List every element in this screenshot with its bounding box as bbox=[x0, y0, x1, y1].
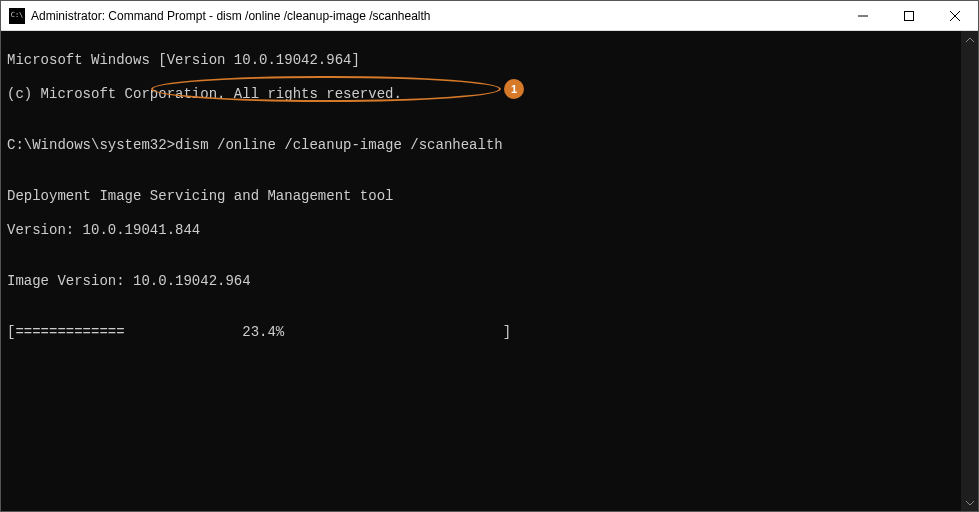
chevron-down-icon bbox=[966, 500, 974, 506]
output-line: Image Version: 10.0.19042.964 bbox=[7, 273, 955, 290]
scroll-down-button[interactable] bbox=[961, 494, 978, 511]
cmd-icon bbox=[9, 8, 25, 24]
minimize-button[interactable] bbox=[840, 1, 886, 30]
minimize-icon bbox=[858, 11, 868, 21]
output-line: Deployment Image Servicing and Managemen… bbox=[7, 188, 955, 205]
progress-line: [============= 23.4% ] bbox=[7, 324, 955, 341]
prompt-command: dism /online /cleanup-image /scanhealth bbox=[175, 137, 503, 153]
vertical-scrollbar[interactable] bbox=[961, 31, 978, 511]
terminal-output[interactable]: Microsoft Windows [Version 10.0.19042.96… bbox=[1, 31, 961, 511]
prompt-line: C:\Windows\system32>dism /online /cleanu… bbox=[7, 137, 955, 154]
window-controls bbox=[840, 1, 978, 30]
prompt-prefix: C:\Windows\system32> bbox=[7, 137, 175, 153]
client-area: Microsoft Windows [Version 10.0.19042.96… bbox=[1, 31, 978, 511]
output-line: (c) Microsoft Corporation. All rights re… bbox=[7, 86, 955, 103]
close-button[interactable] bbox=[932, 1, 978, 30]
window-title: Administrator: Command Prompt - dism /on… bbox=[31, 9, 840, 23]
window-titlebar: Administrator: Command Prompt - dism /on… bbox=[1, 1, 978, 31]
chevron-up-icon bbox=[966, 37, 974, 43]
svg-rect-1 bbox=[905, 11, 914, 20]
maximize-button[interactable] bbox=[886, 1, 932, 30]
output-line: Version: 10.0.19041.844 bbox=[7, 222, 955, 239]
close-icon bbox=[950, 11, 960, 21]
output-line: Microsoft Windows [Version 10.0.19042.96… bbox=[7, 52, 955, 69]
scroll-up-button[interactable] bbox=[961, 31, 978, 48]
maximize-icon bbox=[904, 11, 914, 21]
